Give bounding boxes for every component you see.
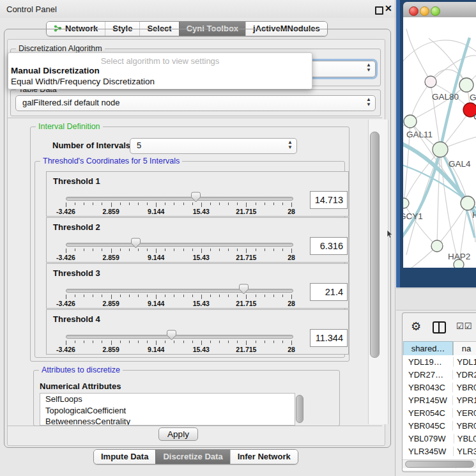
popup-item-equal-width-frequency[interactable]: Equal Width/Frequency Discretization (11, 77, 155, 86)
slider-tick-minor (174, 295, 174, 297)
network-node-gcy1[interactable] (403, 198, 409, 208)
slider-tick-minor (75, 341, 75, 343)
slider-track[interactable] (66, 335, 293, 339)
threshold-value-field[interactable]: 6.316 (310, 237, 348, 255)
number-of-intervals-combobox[interactable]: 5 ▲▼ (130, 138, 297, 154)
threshold-value-field[interactable]: 11.344 (310, 329, 348, 347)
attribute-list-item[interactable]: TopologicalCoefficient (40, 405, 295, 417)
slider-tick-minor (237, 203, 238, 205)
network-node-gal4[interactable] (433, 142, 448, 157)
slider-tick-label: 28 (288, 208, 295, 215)
slider-tick-minor (210, 249, 211, 251)
numerical-attributes-list[interactable]: SelfLoopsTopologicalCoefficientBetweenne… (40, 393, 295, 426)
slider-tick-minor (219, 295, 220, 297)
slider-tick-major (246, 341, 247, 345)
slider-thumb[interactable] (130, 238, 141, 249)
columns-icon[interactable] (433, 321, 446, 334)
slider-tick-major (201, 295, 202, 299)
slider-tick-major (201, 249, 202, 253)
table-row[interactable]: YBR043CYBR0 (403, 381, 476, 394)
slider-tick-minor (183, 203, 184, 205)
slider-tick-label: 21.715 (236, 208, 256, 215)
slider-tick-minor (174, 203, 174, 205)
popup-item-manual-discretization[interactable]: Manual Discretization (11, 66, 100, 75)
slider-track[interactable] (66, 243, 293, 247)
slider-tick-label: 15.43 (193, 254, 210, 261)
screen: Control Panel ✕ NetworkStyleSelectCyni T… (0, 0, 476, 476)
table-data-combobox[interactable]: galFiltered.sif default node ▲▼ (15, 95, 376, 111)
slider-tick-minor (84, 249, 84, 251)
slider-tick-major (111, 203, 112, 207)
table-row[interactable]: YDL19…YDL1 (403, 355, 476, 368)
slider-tick-minor (273, 341, 274, 343)
threshold-label: Threshold 4 (53, 314, 100, 324)
table-row[interactable]: YLR345WYLR3 (403, 445, 476, 457)
tab-infer-network[interactable]: Infer Network (230, 450, 298, 464)
slider-tick-minor (282, 295, 283, 297)
mouse-cursor (387, 230, 394, 239)
table-header-name[interactable]: na (453, 341, 476, 356)
thresholds-group-label: Threshold's Coordinates for 5 Intervals (40, 157, 182, 165)
slider-thumb[interactable] (238, 284, 249, 295)
slider-tick-label: 2.859 (102, 300, 119, 307)
table-hscrollbar-thumb[interactable] (405, 461, 474, 468)
slider-tick-minor (237, 249, 238, 251)
slider-tick-minor (228, 249, 229, 251)
table-row[interactable]: YPR145WYPR1 (403, 394, 476, 406)
network-node-gal80[interactable] (425, 76, 436, 88)
slider-tick-minor (192, 249, 193, 251)
slider-tick-minor (210, 341, 211, 343)
slider-tick-minor (147, 203, 148, 205)
panel-scrollbar-thumb[interactable] (370, 132, 380, 358)
table-row[interactable]: YBR045CYBR0 (403, 419, 476, 432)
threshold-value-field[interactable]: 21.4 (310, 283, 348, 301)
network-node-ga[interactable] (459, 78, 473, 92)
threshold-label: Threshold 2 (53, 222, 100, 232)
cell-name: YBL0 (454, 434, 476, 443)
attributes-list-scrollbar[interactable] (296, 395, 303, 423)
network-node-hap2[interactable] (431, 240, 443, 252)
table-row[interactable]: YDR27…YDR2 (403, 368, 476, 381)
network-node-h[interactable] (461, 196, 475, 210)
tab-impute-data[interactable]: Impute Data (94, 450, 155, 464)
zoom-window-icon[interactable] (431, 6, 440, 16)
slider-tick-minor (228, 341, 229, 343)
close-icon[interactable]: ✕ (385, 3, 392, 13)
threshold-row-2: Threshold 2-3.4262.8599.14415.4321.71528… (46, 217, 349, 263)
attribute-list-item[interactable]: SelfLoops (40, 394, 295, 405)
slider-tick-label: 21.715 (236, 254, 256, 261)
threshold-value-field[interactable]: 14.713 (310, 191, 348, 209)
table-header-shared[interactable]: shared… (403, 341, 453, 356)
slider-tick-major (201, 341, 202, 345)
tab-discretize-data[interactable]: Discretize Data (155, 450, 229, 464)
cell-shared-name: YBR045C (403, 421, 453, 431)
gear-icon[interactable]: ⚙ (411, 319, 421, 334)
slider-tick-minor (84, 295, 84, 297)
apply-button[interactable]: Apply (158, 427, 198, 441)
slider-tick-minor (84, 341, 84, 343)
slider-tick-major (66, 341, 66, 345)
network-node-gal11[interactable] (404, 115, 417, 128)
tab-label: Discretize Data (163, 452, 222, 461)
slider-track[interactable] (66, 197, 293, 201)
attribute-list-item[interactable]: BetweennessCentrality (40, 416, 295, 426)
slider-tick-minor (174, 341, 174, 343)
slider-tick-minor (129, 341, 130, 343)
slider-thumb[interactable] (190, 192, 201, 203)
table-row[interactable]: YER054CYER0 (403, 406, 476, 419)
float-window-icon[interactable] (375, 6, 383, 15)
close-window-icon[interactable] (409, 6, 418, 16)
slider-tick-label: 9.144 (148, 208, 164, 215)
minimize-window-icon[interactable] (420, 6, 429, 16)
slider-tick-minor (84, 203, 84, 205)
slider-tick-minor (210, 203, 211, 205)
combo-arrows-icon: ▲▼ (366, 63, 371, 73)
network-canvas[interactable]: GAL80GACGAL11GAL4GCY1HHAP2 (403, 17, 476, 268)
cell-name: YLR3 (454, 447, 476, 456)
slider-track[interactable] (66, 289, 293, 293)
slider-tick-major (291, 249, 292, 253)
slider-thumb[interactable] (166, 330, 177, 341)
table-row[interactable]: YBL079WYBL0 (403, 432, 476, 445)
select-columns-icon[interactable]: ☑☑ (456, 321, 472, 331)
slider-tick-major (246, 295, 247, 299)
